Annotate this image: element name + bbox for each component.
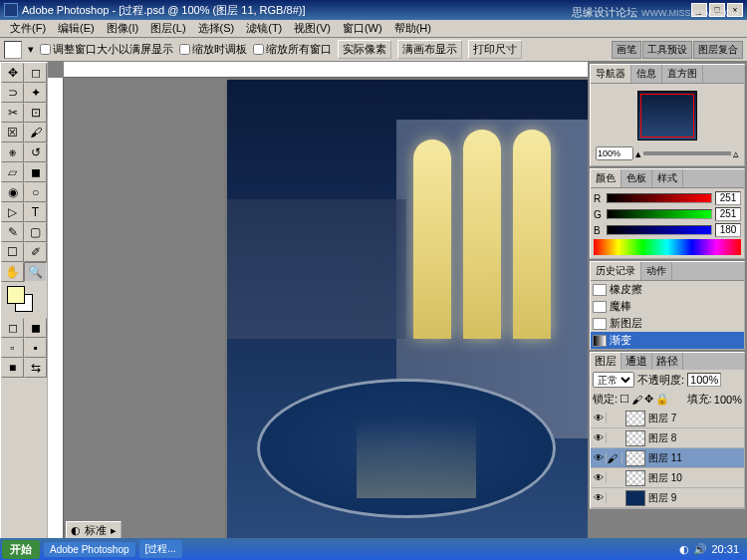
tab-styles[interactable]: 样式 xyxy=(652,169,683,187)
screen-mode-3-icon[interactable]: ■ xyxy=(1,358,24,378)
tray-icon[interactable]: ◐ xyxy=(679,543,689,556)
menu-window[interactable]: 窗口(W) xyxy=(337,19,388,38)
visibility-icon[interactable]: 👁 xyxy=(591,452,607,463)
layer-row[interactable]: 👁🖌图层 11 xyxy=(591,448,744,468)
tool-preview-icon[interactable] xyxy=(4,41,22,59)
tab-paths[interactable]: 路径 xyxy=(652,353,683,370)
layer-row[interactable]: 👁图层 8 xyxy=(591,428,744,448)
history-brush-tool[interactable]: ↺ xyxy=(24,142,47,162)
heal-tool[interactable]: ☒ xyxy=(1,123,24,142)
pen-tool[interactable]: ✎ xyxy=(1,222,24,242)
g-value[interactable]: 251 xyxy=(715,207,741,221)
visibility-icon[interactable]: 👁 xyxy=(591,492,607,503)
actual-pixels-button[interactable]: 实际像素 xyxy=(338,40,391,59)
history-item[interactable]: 魔棒 xyxy=(591,298,744,315)
menu-view[interactable]: 视图(V) xyxy=(288,19,337,38)
zoom-palette-checkbox[interactable]: 缩放时调板 xyxy=(179,42,247,57)
lock-paint-icon[interactable]: 🖌 xyxy=(631,394,642,406)
menu-help[interactable]: 帮助(H) xyxy=(388,19,437,38)
menu-edit[interactable]: 编辑(E) xyxy=(52,19,101,38)
tab-brushes[interactable]: 画笔 xyxy=(612,41,641,59)
quickmask-mode-icon[interactable]: ◼ xyxy=(24,318,47,338)
eyedropper-tool[interactable]: ✐ xyxy=(24,242,47,262)
tray-icon[interactable]: 🔊 xyxy=(693,543,707,556)
zoom-tool[interactable]: 🔍 xyxy=(24,262,47,282)
foreground-color-swatch[interactable] xyxy=(7,286,25,304)
notes-tool[interactable]: ☐ xyxy=(1,242,24,262)
menu-file[interactable]: 文件(F) xyxy=(4,19,52,38)
gradient-tool[interactable]: ◼ xyxy=(24,162,47,182)
b-slider[interactable] xyxy=(607,225,712,235)
zoom-all-checkbox[interactable]: 缩放所有窗口 xyxy=(253,42,332,57)
path-tool[interactable]: ▷ xyxy=(1,202,24,222)
wand-tool[interactable]: ✦ xyxy=(24,83,47,103)
tab-history[interactable]: 历史记录 xyxy=(591,262,641,280)
system-tray[interactable]: ◐ 🔊 20:31 xyxy=(673,543,745,556)
layer-row[interactable]: 👁图层 7 xyxy=(591,409,744,428)
standard-mode-icon[interactable]: ◻ xyxy=(1,318,24,338)
zoom-out-icon[interactable]: ▴ xyxy=(635,147,641,160)
layer-row[interactable]: 👁图层 10 xyxy=(591,468,744,488)
lock-pos-icon[interactable]: ✥ xyxy=(644,393,653,406)
r-slider[interactable] xyxy=(607,193,712,203)
link-icon[interactable]: 🖌 xyxy=(607,452,622,464)
tab-swatches[interactable]: 色板 xyxy=(622,169,652,187)
zoom-in-icon[interactable]: ▵ xyxy=(733,147,739,160)
document-canvas[interactable] xyxy=(227,80,588,538)
visibility-icon[interactable]: 👁 xyxy=(591,472,607,483)
navigator-thumbnail[interactable] xyxy=(637,91,697,140)
screen-mode-2-icon[interactable]: ▪ xyxy=(24,338,47,358)
fill-value[interactable]: 100% xyxy=(714,394,742,406)
lock-all-icon[interactable]: 🔒 xyxy=(655,393,669,406)
move-tool[interactable]: ✥ xyxy=(1,63,24,83)
eraser-tool[interactable]: ▱ xyxy=(1,162,24,182)
marquee-tool[interactable]: ◻ xyxy=(24,63,47,83)
lasso-tool[interactable]: ⊃ xyxy=(1,83,24,103)
tab-actions[interactable]: 动作 xyxy=(641,262,672,280)
history-item[interactable]: 渐变 xyxy=(591,332,744,349)
lock-trans-icon[interactable]: ☐ xyxy=(620,393,629,406)
blend-mode-select[interactable]: 正常 xyxy=(593,372,634,388)
hand-tool[interactable]: ✋ xyxy=(1,262,24,282)
crop-tool[interactable]: ✂ xyxy=(1,103,24,123)
layer-row[interactable]: 👁图层 9 xyxy=(591,488,744,508)
resize-window-checkbox[interactable]: 调整窗口大小以满屏显示 xyxy=(40,42,173,57)
history-item[interactable]: 橡皮擦 xyxy=(591,281,744,298)
status-menu-icon[interactable]: ▸ xyxy=(111,524,117,537)
ruler-horizontal[interactable] xyxy=(64,62,588,78)
brush-tool[interactable]: 🖌 xyxy=(24,123,47,142)
fit-screen-button[interactable]: 满画布显示 xyxy=(397,40,462,59)
tab-layers[interactable]: 图层 xyxy=(591,353,622,370)
stamp-tool[interactable]: ⎈ xyxy=(1,142,24,162)
zoom-slider[interactable] xyxy=(643,151,731,155)
visibility-icon[interactable]: 👁 xyxy=(591,413,607,423)
history-item[interactable]: 新图层 xyxy=(591,315,744,332)
visibility-icon[interactable]: 👁 xyxy=(591,432,607,443)
tab-tool-presets[interactable]: 工具预设 xyxy=(642,41,692,59)
dropdown-icon[interactable]: ▾ xyxy=(28,43,34,56)
ruler-vertical[interactable] xyxy=(48,78,64,540)
blur-tool[interactable]: ◉ xyxy=(1,182,24,202)
b-value[interactable]: 180 xyxy=(715,223,741,237)
slice-tool[interactable]: ⊡ xyxy=(24,103,47,123)
tab-info[interactable]: 信息 xyxy=(631,65,662,83)
g-slider[interactable] xyxy=(607,209,712,219)
taskbar-item[interactable]: Adobe Photoshop xyxy=(44,542,135,557)
tab-navigator[interactable]: 导航器 xyxy=(591,65,631,83)
dodge-tool[interactable]: ○ xyxy=(24,182,47,202)
shape-tool[interactable]: ▢ xyxy=(24,222,47,242)
tab-histogram[interactable]: 直方图 xyxy=(662,65,703,83)
print-size-button[interactable]: 打印尺寸 xyxy=(468,40,522,59)
opacity-value[interactable]: 100% xyxy=(687,373,721,387)
imageready-icon[interactable]: ⇆ xyxy=(24,358,47,378)
menu-filter[interactable]: 滤镜(T) xyxy=(240,19,288,38)
screen-mode-1-icon[interactable]: ▫ xyxy=(1,338,24,358)
zoom-input[interactable] xyxy=(596,146,633,160)
taskbar-item[interactable]: [过程... xyxy=(139,540,182,558)
color-spectrum[interactable] xyxy=(594,239,741,255)
tab-layer-comps[interactable]: 图层复合 xyxy=(693,41,743,59)
menu-image[interactable]: 图像(I) xyxy=(101,19,144,38)
tab-color[interactable]: 颜色 xyxy=(591,169,622,187)
r-value[interactable]: 251 xyxy=(715,191,741,205)
tab-channels[interactable]: 通道 xyxy=(622,353,652,370)
